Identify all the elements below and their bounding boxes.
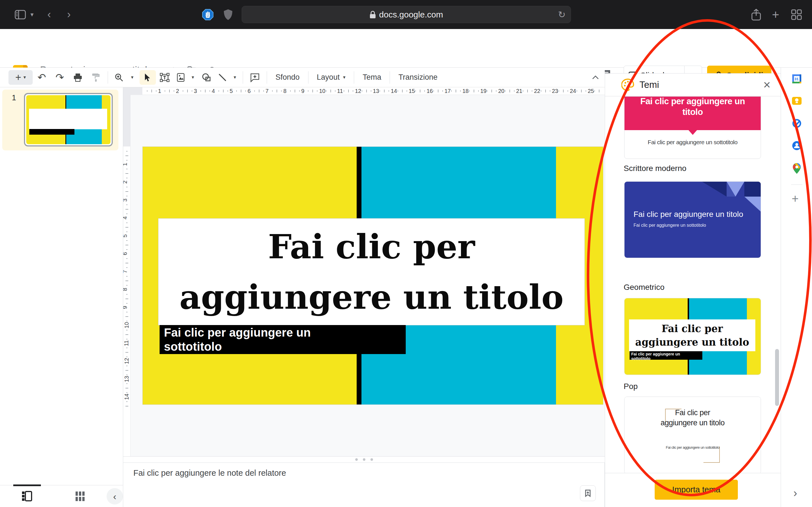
browser-toolbar: ▾ ‹ › docs.google.com ↻ + — [0, 0, 812, 29]
sidebar-toggle-icon[interactable] — [15, 10, 26, 19]
app-header: Presentazione senza titolo ☆ FileModific… — [0, 29, 812, 68]
back-icon[interactable]: ‹ — [47, 8, 51, 20]
notes-action-button[interactable] — [580, 485, 596, 501]
scrittore-subtitle: Fai clic per aggiungere un sottotitolo — [624, 139, 761, 146]
slide-number: 1 — [12, 94, 16, 102]
view-switcher-bar: ‹ — [0, 485, 123, 507]
grid-view-icon[interactable] — [75, 491, 86, 503]
themes-panel: Temi × Fai clic per aggiungere un titolo… — [605, 73, 781, 507]
active-view-indicator — [13, 485, 41, 486]
title-line-1: Fai clic per — [268, 221, 475, 272]
url-text: docs.google.com — [379, 10, 443, 19]
close-panel-icon[interactable]: × — [763, 78, 770, 91]
google-maps-icon[interactable] — [792, 163, 802, 173]
speaker-notes-input[interactable]: Fai clic per aggiungere le note del rela… — [133, 468, 286, 478]
theme-card-scrittore-moderno[interactable]: Fai clic per aggiungere un titolo Fai cl… — [624, 96, 761, 159]
notes-resize-handle[interactable] — [123, 456, 605, 463]
sidebar-divider — [791, 184, 802, 185]
insert-image-button[interactable] — [173, 70, 188, 85]
google-slides-window: ▾ ‹ › docs.google.com ↻ + Presentazione … — [0, 0, 812, 507]
subtitle-placeholder[interactable]: Fai clic per aggiungere un sottotitolo — [160, 325, 406, 354]
subtitle-line-1: Fai clic per aggiungere un — [164, 326, 402, 340]
theme-card-geometrico[interactable]: Fai clic per aggiungere un titolo Fai cl… — [624, 181, 761, 258]
pop-subtitle: Fai clic per aggiungere un sottotitolo — [629, 351, 702, 360]
address-bar[interactable]: docs.google.com ↻ — [242, 6, 571, 23]
page-lock-icon — [370, 11, 376, 18]
luxe-subtitle: Fai clic per aggiungere un sottotitolo — [666, 445, 719, 450]
forward-icon[interactable]: › — [67, 8, 71, 20]
image-dropdown[interactable]: ▾ — [188, 70, 198, 85]
title-line-2: aggiungere un titolo — [179, 272, 564, 322]
get-add-ons-icon[interactable]: + — [792, 194, 799, 204]
scrittore-pointer — [689, 130, 697, 135]
edit-toolbar: +▾ ↶ ↷ ▾ ▾ ▾ — [0, 68, 605, 87]
select-tool-button[interactable] — [140, 70, 156, 85]
geometrico-triangles — [624, 182, 761, 258]
background-button[interactable]: Sfondo — [270, 70, 305, 85]
privacy-shield-icon[interactable] — [223, 9, 233, 20]
filmstrip-panel: 1 — [0, 87, 123, 485]
google-contacts-icon[interactable] — [792, 140, 802, 151]
themes-panel-title: Temi — [640, 79, 659, 90]
theme-card-pop[interactable]: Fai clic per aggiungere un titolo Fai cl… — [624, 298, 761, 375]
layout-button[interactable]: Layout▾ — [311, 70, 351, 85]
sidebar-chevron-down-icon[interactable]: ▾ — [31, 11, 34, 18]
print-button[interactable] — [69, 70, 87, 85]
transition-button[interactable]: Transizione — [393, 70, 443, 85]
subtitle-line-2: sottotitolo — [164, 340, 402, 354]
google-calendar-icon[interactable]: 31 — [792, 74, 802, 84]
layout-label: Layout — [317, 73, 340, 82]
luxe-title: Fai clic per aggiungere un titolo — [658, 407, 728, 428]
reload-icon[interactable]: ↻ — [558, 9, 566, 20]
collapse-filmstrip-icon[interactable]: ‹ — [107, 488, 123, 504]
insert-line-button[interactable] — [215, 70, 230, 85]
theme-card-luxe[interactable]: Fai clic per aggiungere un titolo Fai cl… — [624, 397, 761, 473]
line-dropdown[interactable]: ▾ — [230, 70, 240, 85]
google-keep-icon[interactable] — [792, 96, 802, 106]
geometrico-title: Fai clic per aggiungere un titolo — [633, 210, 743, 219]
text-box-button[interactable] — [156, 70, 173, 85]
pop-title: Fai clic per aggiungere un titolo — [629, 320, 755, 351]
horizontal-ruler: 1234567891011121314151617181920212223242… — [131, 87, 605, 95]
scrittore-title-block: Fai clic per aggiungere un titolo — [624, 97, 761, 130]
title-placeholder[interactable]: Fai clic per aggiungere un titolo — [158, 218, 585, 325]
redo-button[interactable]: ↷ — [51, 70, 69, 85]
slide-thumbnail[interactable] — [24, 93, 113, 147]
themes-list: Fai clic per aggiungere un titolo Fai cl… — [605, 96, 781, 473]
collapse-toolbar-icon[interactable] — [591, 70, 600, 85]
paint-format-button[interactable] — [87, 70, 105, 85]
theme-button[interactable]: Tema — [357, 70, 387, 85]
zoom-dropdown[interactable]: ▾ — [127, 70, 137, 85]
theme-name-label: Pop — [624, 382, 638, 391]
import-theme-button[interactable]: Importa tema — [655, 480, 738, 500]
theme-name-label: Scrittore moderno — [624, 164, 687, 173]
slide-editor[interactable]: Fai clic per aggiungere un titolo Fai cl… — [142, 147, 603, 405]
hide-side-panel-icon[interactable]: › — [794, 487, 797, 499]
content-blocker-icon[interactable] — [202, 9, 214, 20]
google-tasks-icon[interactable] — [792, 118, 802, 128]
themes-scrollbar[interactable] — [775, 349, 779, 406]
share-icon[interactable] — [751, 8, 761, 21]
undo-button[interactable]: ↶ — [33, 70, 51, 85]
new-slide-button[interactable]: +▾ — [8, 70, 33, 85]
themes-panel-header: Temi × — [605, 73, 781, 96]
theme-name-label: Geometrico — [624, 283, 665, 292]
quick-access-sidebar: 31 + › — [781, 68, 812, 507]
vertical-ruler: 1234567891011121314 — [123, 95, 131, 463]
slide-canvas: 1234567891011121314151617181920212223242… — [123, 87, 605, 463]
speaker-notes-panel: Fai clic per aggiungere le note del rela… — [123, 463, 605, 507]
palette-icon — [621, 78, 635, 91]
new-tab-icon[interactable]: + — [772, 8, 779, 22]
filmstrip-view-icon[interactable] — [21, 491, 32, 503]
svg-text:31: 31 — [795, 77, 799, 81]
tab-overview-icon[interactable] — [791, 9, 802, 20]
zoom-button[interactable] — [111, 70, 127, 85]
insert-comment-button[interactable] — [246, 70, 264, 85]
geometrico-subtitle: Fai clic per aggiungere un sottotitolo — [633, 223, 706, 228]
insert-shape-button[interactable] — [198, 70, 215, 85]
